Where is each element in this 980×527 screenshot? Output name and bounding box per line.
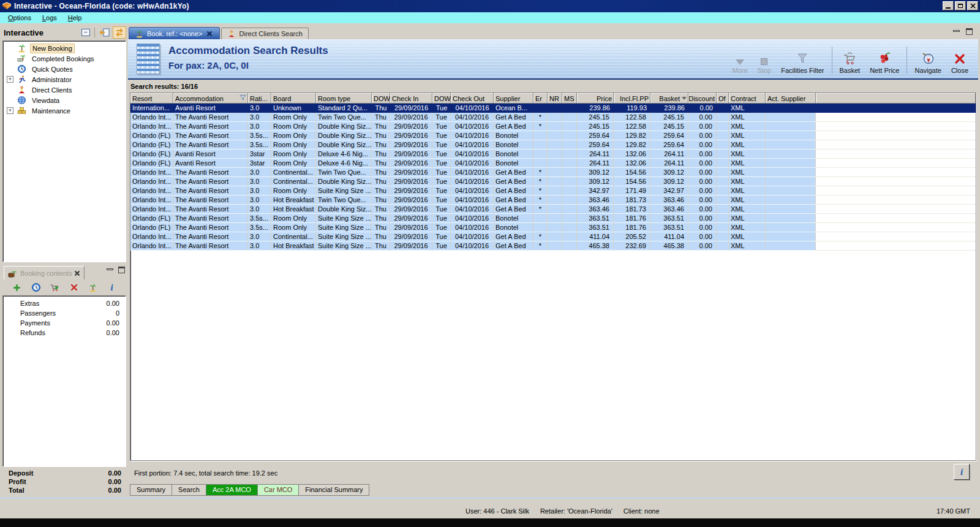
panel-minimize-icon[interactable] (107, 268, 113, 270)
quote-clock-button[interactable] (31, 282, 42, 293)
panel-maximize-icon[interactable] (966, 28, 973, 35)
table-row[interactable]: Orlando (FL)The Avanti Resort3.5s...Room… (130, 131, 976, 140)
move-to-basket-button[interactable] (50, 282, 61, 293)
sync-panels-button[interactable] (113, 26, 126, 39)
sidebar-item-new-booking[interactable]: New Booking (3, 43, 126, 53)
booking-contents-row[interactable]: Extras0.00 (3, 300, 126, 309)
tab-direct-clients-search[interactable]: Direct Clients Search (221, 28, 309, 39)
cell-accommodation: The Avanti Resort (173, 195, 248, 205)
table-row[interactable]: Orlando Int...The Avanti Resort3.0Contin… (130, 168, 976, 177)
info-button[interactable]: i (954, 464, 970, 480)
more-button[interactable]: More (728, 45, 753, 75)
cell-accommodation: Avanti Resort (173, 150, 248, 159)
column-header-room-type[interactable]: Room type (316, 93, 372, 104)
table-row[interactable]: Orlando Int...The Avanti Resort3.0Hot Br… (130, 195, 976, 205)
filter-funnel-icon[interactable] (239, 94, 246, 102)
cell-supplier: Get A Bed (494, 113, 533, 122)
menu-options[interactable]: Options (2, 13, 37, 23)
bottom-tab-car-mco[interactable]: Car MCO (258, 484, 299, 496)
status-client: Client: none (624, 507, 660, 515)
sidebar-item-quick-quotes[interactable]: Quick Quotes (3, 64, 126, 74)
table-row[interactable]: Orlando (FL)The Avanti Resort3.5s...Room… (130, 140, 976, 150)
table-row[interactable]: Orlando Int...The Avanti Resort3.0Contin… (130, 177, 976, 186)
table-row[interactable]: Orlando (FL)The Avanti Resort3.5s...Room… (130, 214, 976, 223)
table-row[interactable]: Orlando Int...The Avanti Resort3.0Room O… (130, 113, 976, 122)
close-icon[interactable] (74, 270, 80, 276)
close-window-button[interactable] (967, 1, 978, 10)
booking-contents-row[interactable]: Payments0.00 (3, 319, 126, 329)
column-header-ms[interactable]: MS (562, 93, 577, 104)
cell-contract: XML (729, 241, 766, 251)
column-header-dow[interactable]: DOW (432, 93, 451, 104)
nett-price-button[interactable]: Nett Price (865, 45, 904, 75)
booking-contents-tab[interactable]: Booking contents (4, 266, 85, 279)
booking-contents-row[interactable]: Refunds0.00 (3, 329, 126, 339)
delete-item-button[interactable] (69, 282, 80, 293)
sidebar-item-administrator[interactable]: +Administrator (3, 74, 126, 85)
basket-button[interactable]: Basket (835, 45, 865, 75)
results-table: ResortAccommodationRati...BoardRoom type… (130, 93, 976, 461)
table-row[interactable]: Orlando Int...The Avanti Resort3.0Room O… (130, 186, 976, 195)
sidebar-item-direct-clients[interactable]: Direct Clients (3, 85, 126, 95)
nav-back-button[interactable] (98, 26, 111, 39)
sidebar-item-completed-bookings[interactable]: Completed Bookings (3, 53, 126, 64)
column-header-accommodation[interactable]: Accommodation (173, 93, 248, 104)
cell-discount: 0.00 (688, 159, 717, 168)
column-header-act-supplier[interactable]: Act. Supplier (766, 93, 816, 104)
bottom-tab-search[interactable]: Search (172, 484, 206, 496)
column-header-board[interactable]: Board (271, 93, 316, 104)
column-header-contract[interactable]: Contract (729, 93, 766, 104)
column-header-supplier[interactable]: Supplier (494, 93, 533, 104)
stop-button[interactable]: Stop (753, 45, 777, 75)
menu-logs[interactable]: Logs (37, 13, 62, 23)
tab-booking-ref[interactable]: Book. ref.: <none> (129, 27, 220, 39)
bc-row-value: 0.00 (107, 329, 119, 339)
palm-tree-button[interactable] (88, 282, 99, 293)
facilities-filter-button[interactable]: Facilities Filter (776, 45, 829, 75)
column-header-incl-fl-pp[interactable]: Incl.Fl.PP (614, 93, 650, 104)
column-header-discount[interactable]: Discount (688, 93, 717, 104)
panel-minimize-icon[interactable] (953, 30, 960, 32)
sidebar-item-maintenance[interactable]: +Maintenance (3, 105, 126, 116)
booking-contents-row[interactable]: Passengers0 (3, 309, 126, 319)
collapse-panel-button[interactable]: − (79, 26, 92, 39)
minimize-button[interactable] (943, 1, 954, 10)
add-item-button[interactable] (12, 282, 23, 293)
column-header-price[interactable]: Price (577, 93, 614, 104)
cell-of (717, 122, 729, 131)
expand-icon[interactable]: + (7, 107, 13, 114)
column-header-rati-[interactable]: Rati... (248, 93, 271, 104)
navigate-button[interactable]: Navigate (910, 45, 946, 75)
table-row[interactable]: Orlando Int...The Avanti Resort3.0Contin… (130, 232, 976, 241)
bottom-tab-financial-summary[interactable]: Financial Summary (299, 484, 369, 496)
menu-help[interactable]: Help (62, 13, 88, 23)
expand-icon[interactable]: + (7, 76, 13, 83)
column-header-er[interactable]: Er (533, 93, 548, 104)
table-row[interactable]: Orlando (FL)Avanti Resort3starRoom OnlyD… (130, 150, 976, 159)
table-row[interactable]: Orlando (FL)Avanti Resort3starRoom OnlyD… (130, 159, 976, 168)
panel-maximize-icon[interactable] (118, 267, 125, 273)
bottom-tab-acc-2a-mco[interactable]: Acc 2A MCO (206, 484, 258, 496)
column-header-nr[interactable]: NR (548, 93, 562, 104)
table-row[interactable]: Orlando Int...The Avanti Resort3.0Hot Br… (130, 241, 976, 251)
restore-button[interactable] (955, 1, 966, 10)
table-row[interactable]: Internation...Avanti Resort3.0UnknownSta… (130, 104, 976, 113)
info-button[interactable]: i (107, 282, 118, 293)
column-header-check-out[interactable]: Check Out (451, 93, 494, 104)
close-results-button[interactable]: Close (946, 45, 973, 75)
cell-dow: Thu (372, 159, 390, 168)
cell-board: Room Only (271, 186, 316, 195)
column-header-resort[interactable]: Resort (130, 93, 173, 104)
cell-act-supplier (766, 205, 816, 214)
table-row[interactable]: Orlando (FL)The Avanti Resort3.5s...Room… (130, 223, 976, 232)
cell-price: 309.12 (577, 168, 614, 177)
sidebar-item-viewdata[interactable]: Viewdata (3, 95, 126, 105)
column-header-basket[interactable]: Basket (650, 93, 688, 104)
column-header-dow[interactable]: DOW (372, 93, 390, 104)
tab-close-icon[interactable] (206, 29, 214, 37)
column-header-check-in[interactable]: Check In (390, 93, 432, 104)
table-row[interactable]: Orlando Int...The Avanti Resort3.0Hot Br… (130, 205, 976, 214)
column-header-of[interactable]: Of (717, 93, 729, 104)
bottom-tab-summary[interactable]: Summary (130, 484, 172, 496)
table-row[interactable]: Orlando Int...The Avanti Resort3.0Room O… (130, 122, 976, 131)
